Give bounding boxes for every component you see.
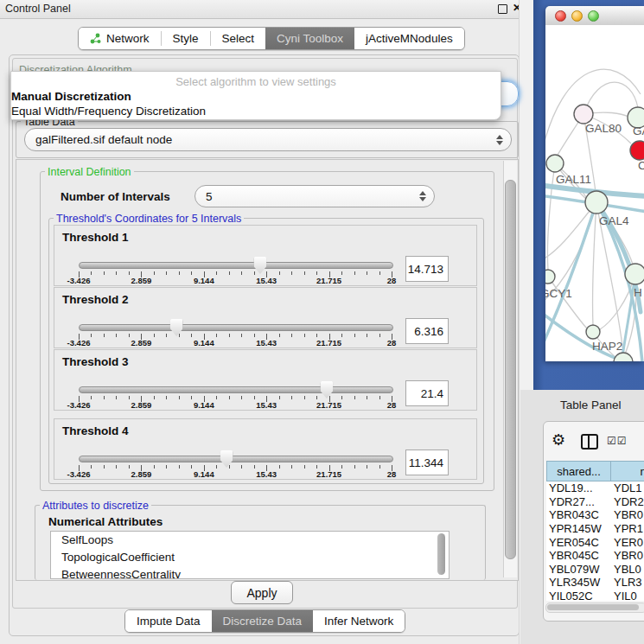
tick-mark — [354, 396, 355, 399]
threshold-label: Threshold 2 — [62, 293, 129, 306]
float-window-icon[interactable] — [498, 4, 507, 14]
bottom-tab-bar: Impute DataDiscretize DataInfer Network — [124, 609, 405, 633]
table-cell: YDL1 — [611, 481, 644, 494]
tick-mark — [104, 465, 105, 469]
node-label-gal11: GAL11 — [556, 173, 591, 186]
node-table[interactable]: shared...n YDL19...YDL1YDR27...YDR2YBR04… — [546, 461, 644, 601]
table-cell: YPR145W — [546, 522, 611, 535]
table-cell: YIL0 — [611, 590, 644, 601]
tick-mark — [166, 271, 167, 275]
threshold-coordinates-group-title: Threshold's Coordinates for 5 Intervals — [54, 213, 244, 225]
tick-mark — [279, 271, 280, 275]
vertical-scrollbar-thumb[interactable] — [505, 180, 516, 559]
combo-spinner-icon[interactable] — [496, 135, 503, 145]
threshold-label: Threshold 1 — [62, 231, 129, 244]
threshold-value-field[interactable]: 14.713 — [405, 256, 449, 282]
tick-label: 2.859 — [131, 338, 152, 348]
node-gcy1[interactable] — [545, 270, 555, 284]
tab-jactivemnodules[interactable]: jActiveMNodules — [354, 28, 464, 49]
tick-mark — [367, 271, 367, 275]
checkbox-columns-icon[interactable]: ☑☑ — [607, 435, 628, 447]
split-columns-icon[interactable] — [581, 434, 598, 450]
numerical-attributes-list[interactable]: SelfLoopsTopologicalCoefficientBetweenne… — [50, 531, 450, 579]
column-header[interactable]: n — [611, 461, 644, 481]
threshold-slider-track[interactable] — [79, 456, 393, 462]
tick-mark — [129, 396, 130, 399]
tab-network[interactable]: Network — [79, 28, 161, 49]
attribute-list-item[interactable]: SelfLoops — [51, 532, 449, 549]
window-minimize-icon[interactable] — [571, 10, 583, 22]
number-of-intervals-combobox[interactable]: 5 — [194, 185, 435, 207]
app-root: Control Panel ✕ NetworkStyleSelectCyni T… — [0, 0, 644, 644]
numerical-attributes-label: Numerical Attributes — [48, 515, 163, 528]
node-gal4[interactable] — [585, 191, 608, 214]
horizontal-scrollbar-thumb[interactable] — [547, 604, 639, 610]
threshold-slider-track[interactable] — [79, 386, 393, 393]
tick-mark — [129, 334, 130, 337]
node-table-header[interactable]: shared...n — [546, 461, 644, 481]
bottom-tab-infer-network[interactable]: Infer Network — [313, 610, 405, 632]
table-data-selected-value: galFiltered.sif default node — [35, 133, 172, 146]
tick-label: 28 — [387, 276, 397, 285]
tick-mark — [304, 465, 305, 469]
tab-style[interactable]: Style — [162, 28, 210, 49]
node-hap2[interactable] — [586, 325, 600, 339]
node-gal80[interactable] — [574, 105, 593, 124]
threshold-value-field[interactable]: 6.316 — [405, 318, 449, 344]
threshold-row: Threshold 3-3.4262.8599.14415.4321.71528… — [54, 349, 477, 411]
network-canvas[interactable]: GAL80 GA C GAL11 GAL4 GCY1 H HAP2 — [545, 25, 644, 361]
tick-mark — [229, 396, 230, 399]
window-zoom-icon[interactable] — [588, 10, 599, 22]
table-row[interactable]: YDL19...YDL1 — [546, 481, 644, 495]
algorithm-popup-item[interactable]: Equal Width/Frequency Discretization — [11, 105, 501, 119]
attributes-list-scrollbar-thumb[interactable] — [437, 533, 445, 575]
gear-icon[interactable]: ⚙ — [552, 430, 565, 450]
threshold-value-field[interactable]: 11.344 — [405, 450, 449, 475]
tick-label: 2.859 — [131, 469, 152, 479]
tick-label: 21.715 — [316, 276, 341, 285]
node-partial-bottom[interactable] — [614, 353, 633, 361]
node-label-gcy1: GCY1 — [545, 287, 572, 300]
algorithm-dropdown-popup: Select algorithm to view settings Manual… — [10, 71, 501, 120]
tick-label: 15.43 — [256, 469, 277, 479]
table-row[interactable]: YBR045CYBR0 — [546, 549, 644, 563]
tick-mark — [367, 396, 367, 399]
bottom-tab-impute-data[interactable]: Impute Data — [125, 610, 212, 632]
table-row[interactable]: YLR345WYLR3 — [546, 576, 644, 590]
tick-mark — [316, 465, 317, 469]
tick-mark — [341, 396, 342, 399]
threshold-slider-track[interactable] — [79, 324, 393, 331]
tick-mark — [179, 271, 180, 275]
tab-select[interactable]: Select — [211, 28, 266, 49]
attributes-group-title: Attributes to discretize — [40, 500, 151, 512]
threshold-label: Threshold 4 — [62, 424, 129, 437]
table-row[interactable]: YDR27...YDR2 — [546, 495, 644, 509]
table-row[interactable]: YPR145WYPR1 — [546, 522, 644, 536]
node-gal11[interactable] — [546, 155, 564, 172]
tick-mark — [116, 334, 117, 337]
tick-label: 15.43 — [256, 400, 277, 410]
table-row[interactable]: YBR043CYBR0 — [546, 508, 644, 522]
tick-mark — [179, 465, 180, 469]
tick-mark — [129, 465, 130, 469]
attribute-list-item[interactable]: BetweennessCentrality — [51, 566, 449, 579]
node-highlighted-red[interactable] — [630, 141, 644, 160]
tick-mark — [254, 396, 255, 399]
bottom-tab-discretize-data[interactable]: Discretize Data — [212, 610, 314, 632]
attribute-list-item[interactable]: TopologicalCoefficient — [51, 549, 449, 566]
table-row[interactable]: YBL079WYBL0 — [546, 563, 644, 577]
apply-button[interactable]: Apply — [231, 581, 293, 604]
combo-spinner-icon[interactable] — [419, 191, 426, 201]
tick-label: 21.715 — [316, 469, 341, 479]
column-header[interactable]: shared... — [546, 461, 611, 481]
algorithm-popup-item[interactable]: Manual Discretization — [11, 90, 501, 105]
threshold-slider-track[interactable] — [79, 262, 393, 269]
table-data-combobox[interactable]: galFiltered.sif default node — [24, 128, 512, 151]
window-close-icon[interactable] — [555, 10, 566, 22]
tab-cyni-toolbox[interactable]: Cyni Toolbox — [265, 28, 354, 49]
table-row[interactable]: YER054CYER0 — [546, 535, 644, 549]
tick-label: 2.859 — [131, 276, 152, 285]
table-row[interactable]: YIL052CYIL0 — [546, 590, 644, 601]
threshold-value-field[interactable]: 21.4 — [405, 380, 449, 406]
node-h[interactable] — [625, 264, 644, 284]
